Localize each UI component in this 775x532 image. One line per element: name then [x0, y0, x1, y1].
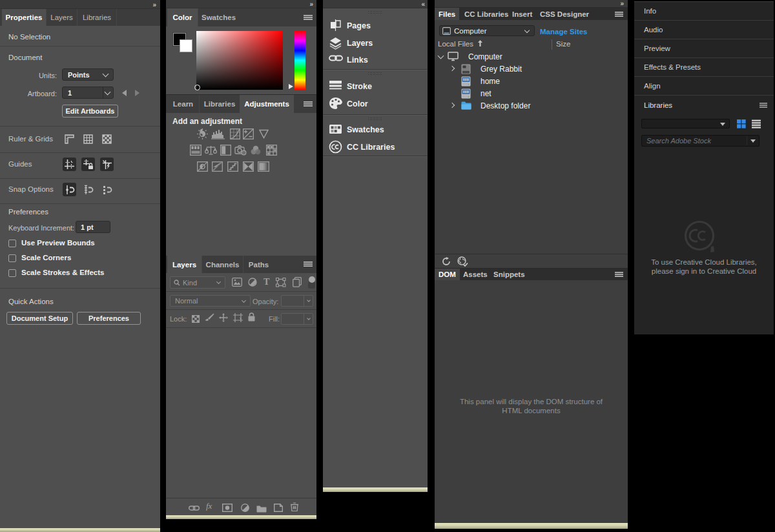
scale-corners-checkbox[interactable] [8, 254, 16, 262]
artboard-select[interactable]: 1 [62, 87, 114, 99]
manage-sites-link[interactable]: Manage Sites [540, 28, 588, 36]
drag-handle[interactable] [368, 11, 382, 14]
tab-properties[interactable]: Properties [2, 9, 46, 26]
color-balance-icon[interactable] [205, 145, 217, 158]
tab-snippets[interactable]: Snippets [490, 269, 529, 280]
black-white-icon[interactable] [220, 145, 231, 158]
panel-menu-icon[interactable] [304, 15, 313, 21]
size-column-header[interactable]: Size [556, 40, 570, 48]
add-layer-mask-icon[interactable] [222, 503, 232, 515]
drag-handle[interactable] [368, 72, 382, 75]
tree-row-net[interactable]: net [435, 87, 628, 99]
grid-view-icon[interactable] [737, 119, 746, 131]
chevron-down-icon[interactable] [438, 53, 444, 59]
tab-layers[interactable]: Layers [167, 256, 202, 273]
lock-guides-icon[interactable] [81, 158, 95, 171]
list-view-icon[interactable] [752, 119, 761, 131]
curves-icon[interactable] [230, 128, 240, 142]
opacity-input[interactable] [281, 295, 313, 307]
use-preview-bounds-checkbox[interactable] [8, 240, 16, 247]
keyboard-increment-input[interactable]: 1 pt [76, 221, 110, 233]
chevron-right-icon[interactable] [450, 66, 455, 71]
filter-type-layers-icon[interactable]: T [264, 277, 269, 287]
panel-header-info[interactable]: Info [634, 2, 774, 21]
background-color-swatch[interactable] [180, 39, 192, 52]
hue-slider[interactable] [294, 31, 305, 90]
drag-handle[interactable] [368, 118, 382, 120]
new-layer-icon[interactable] [274, 503, 283, 515]
brightness-contrast-icon[interactable] [197, 128, 208, 142]
panel-menu-icon[interactable] [304, 101, 313, 107]
search-box[interactable] [641, 135, 760, 147]
collapse-panel-icon[interactable]: » [309, 1, 313, 8]
snap-to-grid-icon[interactable] [81, 183, 95, 196]
gradient-map-icon[interactable] [243, 161, 254, 174]
dock-item-swatches[interactable]: Swatches [323, 121, 428, 138]
smart-guides-icon[interactable] [100, 158, 114, 171]
tab-layers[interactable]: Layers [46, 9, 77, 26]
panel-header-effects-presets[interactable]: Effects & Presets [634, 58, 774, 77]
tree-row-computer[interactable]: Computer [435, 50, 628, 63]
dock-item-cc-libraries[interactable]: CC Libraries [323, 138, 428, 156]
filter-pixel-layers-icon[interactable] [232, 278, 242, 289]
tab-libraries[interactable]: Libraries [77, 9, 116, 26]
tab-cc-libraries[interactable]: CC Libraries [460, 8, 512, 20]
units-select[interactable]: Points [62, 68, 114, 81]
tree-row-desktop-folder[interactable]: Desktop folder [435, 99, 628, 112]
panel-header-audio[interactable]: Audio [634, 21, 774, 39]
dock-item-pages[interactable]: Pages [323, 17, 428, 34]
local-files-column-header[interactable]: Local Files [438, 40, 483, 48]
photo-filter-icon[interactable] [234, 145, 247, 158]
tab-files[interactable]: Files [435, 8, 459, 20]
chevron-right-icon[interactable] [450, 103, 455, 108]
color-lookup-icon[interactable] [266, 145, 277, 158]
panel-header-preview[interactable]: Preview [634, 39, 774, 58]
saturation-brightness-field[interactable] [196, 31, 283, 90]
vibrance-icon[interactable] [259, 129, 269, 141]
search-input[interactable] [642, 136, 745, 146]
tab-adjustments[interactable]: Adjustments [240, 95, 294, 113]
panel-menu-icon[interactable] [615, 12, 623, 17]
filtering-toggle[interactable] [308, 276, 315, 289]
tab-assets[interactable]: Assets [459, 269, 491, 280]
link-layers-icon[interactable] [189, 503, 200, 515]
levels-icon[interactable] [211, 128, 225, 142]
dock-item-color[interactable]: Color [323, 95, 428, 112]
filter-adjustment-layers-icon[interactable] [248, 278, 257, 289]
panel-header-align[interactable]: Align [634, 77, 774, 96]
expand-panels-icon[interactable]: « [421, 1, 424, 8]
collapse-panel-icon[interactable]: » [152, 2, 156, 8]
posterize-icon[interactable] [212, 161, 223, 174]
tree-row-home[interactable]: home [435, 75, 628, 87]
previous-artboard-arrow[interactable] [122, 90, 127, 96]
layer-filter-kind-select[interactable]: Kind [170, 276, 225, 289]
tab-swatches[interactable]: Swatches [198, 8, 239, 26]
refresh-icon[interactable] [442, 257, 451, 266]
connect-server-icon[interactable] [457, 256, 468, 267]
preferences-button[interactable]: Preferences [77, 312, 141, 325]
invert-icon[interactable] [197, 161, 208, 174]
edit-artboards-button[interactable]: Edit Artboards [62, 105, 118, 118]
threshold-icon[interactable] [227, 161, 238, 174]
panel-menu-icon[interactable] [615, 272, 623, 278]
snap-to-pixel-icon[interactable] [100, 183, 114, 196]
document-setup-button[interactable]: Document Setup [6, 312, 73, 325]
selective-color-icon[interactable] [258, 161, 269, 174]
next-artboard-arrow[interactable] [135, 90, 140, 96]
lock-transparent-pixels-icon[interactable] [192, 314, 200, 325]
dock-item-stroke[interactable]: Stroke [323, 77, 428, 95]
tab-learn[interactable]: Learn [167, 95, 199, 113]
hue-saturation-icon[interactable] [190, 145, 202, 158]
new-group-icon[interactable] [256, 504, 267, 515]
tab-channels[interactable]: Channels [202, 256, 243, 273]
delete-layer-icon[interactable] [291, 502, 298, 514]
color-picker-cursor[interactable] [194, 85, 200, 90]
show-rulers-icon[interactable] [63, 132, 76, 146]
tab-dom[interactable]: DOM [435, 269, 460, 280]
show-guides-icon[interactable] [63, 158, 76, 171]
filter-shape-layers-icon[interactable] [276, 278, 286, 290]
fill-input[interactable] [281, 313, 313, 325]
collapse-panel-icon[interactable]: » [620, 1, 623, 7]
hue-slider-pointer[interactable] [289, 84, 293, 89]
dock-item-layers[interactable]: Layers [323, 34, 428, 52]
